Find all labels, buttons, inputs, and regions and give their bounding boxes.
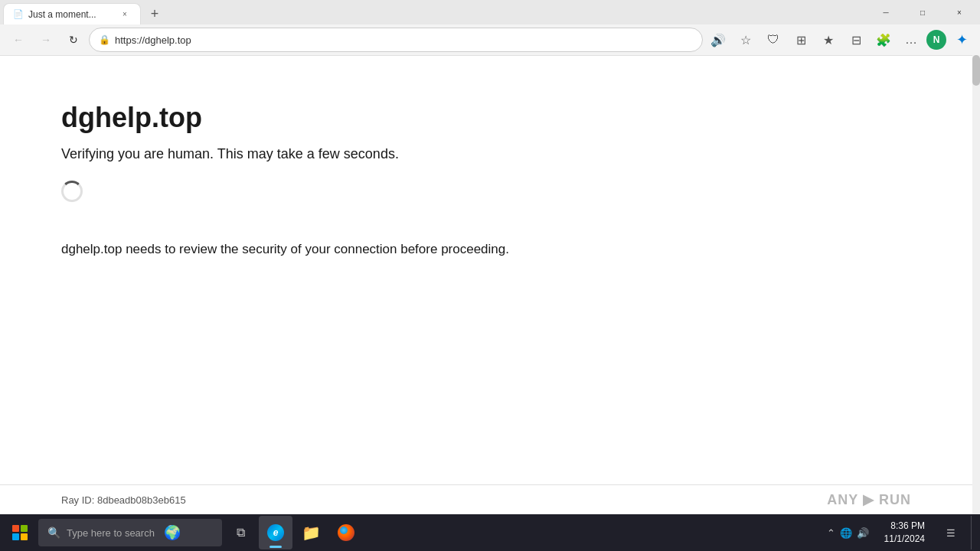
clock-date: 11/1/2024 <box>884 533 925 546</box>
volume-icon[interactable]: 🔊 <box>857 527 869 539</box>
task-view-icon: ⧉ <box>237 526 245 540</box>
back-button[interactable]: ← <box>6 28 31 52</box>
task-view-button[interactable]: ⧉ <box>224 516 257 549</box>
anyrun-text: ANY ▶ RUN <box>827 491 911 508</box>
add-to-favorites-button[interactable]: ☆ <box>733 28 758 52</box>
minimize-button[interactable]: ─ <box>868 0 903 24</box>
scrollbar-track <box>972 55 980 514</box>
taskbar: 🔍 Type here to search 🌍 ⧉ e 📁 ⌃ 🌐 🔊 <box>0 514 980 551</box>
windows-logo-icon <box>12 525 28 540</box>
file-explorer-icon: 📁 <box>302 523 320 542</box>
taskbar-system-tray: ⌃ 🌐 🔊 8:36 PM 11/1/2024 ☰ <box>821 516 977 549</box>
refresh-button[interactable]: ↻ <box>61 28 86 52</box>
browser-window: 📄 Just a moment... × + ─ □ × ← → ↻ 🔒 htt… <box>0 0 980 55</box>
lock-icon: 🔒 <box>99 34 110 45</box>
network-icon[interactable]: 🌐 <box>840 527 852 539</box>
taskbar-apps: e 📁 <box>259 516 819 549</box>
browser-tab[interactable]: 📄 Just a moment... × <box>3 3 141 24</box>
win-tile-2 <box>21 525 28 532</box>
site-name: dghelp.top <box>61 102 919 134</box>
search-placeholder-text: Type here to search <box>67 527 155 539</box>
win-tile-4 <box>21 533 28 540</box>
settings-button[interactable]: … <box>899 28 923 52</box>
collections-button[interactable]: ⊟ <box>844 28 868 52</box>
close-button[interactable]: × <box>942 0 977 24</box>
page-content: dghelp.top Verifying you are human. This… <box>0 55 980 514</box>
taskbar-app-file-explorer[interactable]: 📁 <box>294 516 328 549</box>
system-icons: ⌃ 🌐 🔊 <box>821 527 875 539</box>
taskbar-clock[interactable]: 8:36 PM 11/1/2024 <box>878 520 931 546</box>
scrollbar-thumb[interactable] <box>972 55 980 86</box>
tab-title: Just a moment... <box>28 9 114 20</box>
address-bar[interactable]: 🔒 https://dghelp.top <box>89 28 703 52</box>
loading-spinner <box>61 181 83 202</box>
window-controls: ─ □ × <box>868 0 977 24</box>
anyrun-logo: ANY ▶ RUN <box>827 491 911 508</box>
taskbar-app-edge[interactable]: e <box>259 516 292 549</box>
chevron-up-icon[interactable]: ⌃ <box>827 527 835 539</box>
favorites-button[interactable]: ★ <box>816 28 841 52</box>
ray-id-text: Ray ID: 8dbeadb08b3eb615 <box>61 494 186 506</box>
tab-favicon: 📄 <box>13 9 24 20</box>
page-footer: Ray ID: 8dbeadb08b3eb615 ANY ▶ RUN <box>0 484 972 514</box>
show-desktop-button[interactable] <box>971 516 977 549</box>
verifying-text: Verifying you are human. This may take a… <box>61 146 919 162</box>
taskbar-search[interactable]: 🔍 Type here to search 🌍 <box>38 519 222 546</box>
browser-essentials-button[interactable]: 🛡 <box>761 28 786 52</box>
spinner-container <box>61 181 919 205</box>
extensions-button[interactable]: 🧩 <box>871 28 896 52</box>
taskbar-app-firefox[interactable] <box>329 516 363 549</box>
notification-center-button[interactable]: ☰ <box>934 516 968 549</box>
forward-button[interactable]: → <box>34 28 58 52</box>
notification-icon: ☰ <box>946 527 956 539</box>
url-text: https://dghelp.top <box>115 34 693 46</box>
address-bar-row: ← → ↻ 🔒 https://dghelp.top 🔊 ☆ 🛡 ⊞ ★ ⊟ 🧩… <box>0 24 980 55</box>
tab-close-button[interactable]: × <box>119 8 131 21</box>
maximize-button[interactable]: □ <box>905 0 940 24</box>
firefox-icon <box>337 523 355 542</box>
start-button[interactable] <box>3 516 37 549</box>
tab-bar: 📄 Just a moment... × + ─ □ × <box>0 0 980 24</box>
clock-time: 8:36 PM <box>890 520 925 533</box>
new-tab-button[interactable]: + <box>144 3 165 24</box>
profile-avatar[interactable]: N <box>926 30 946 50</box>
security-text: dghelp.top needs to review the security … <box>61 242 919 257</box>
copilot-button[interactable]: ✦ <box>949 28 974 52</box>
edge-icon: e <box>266 523 285 542</box>
search-icon: 🔍 <box>47 527 60 539</box>
win-tile-3 <box>12 533 19 540</box>
win-tile-1 <box>12 525 19 532</box>
read-aloud-button[interactable]: 🔊 <box>706 28 730 52</box>
split-screen-button[interactable]: ⊞ <box>789 28 813 52</box>
